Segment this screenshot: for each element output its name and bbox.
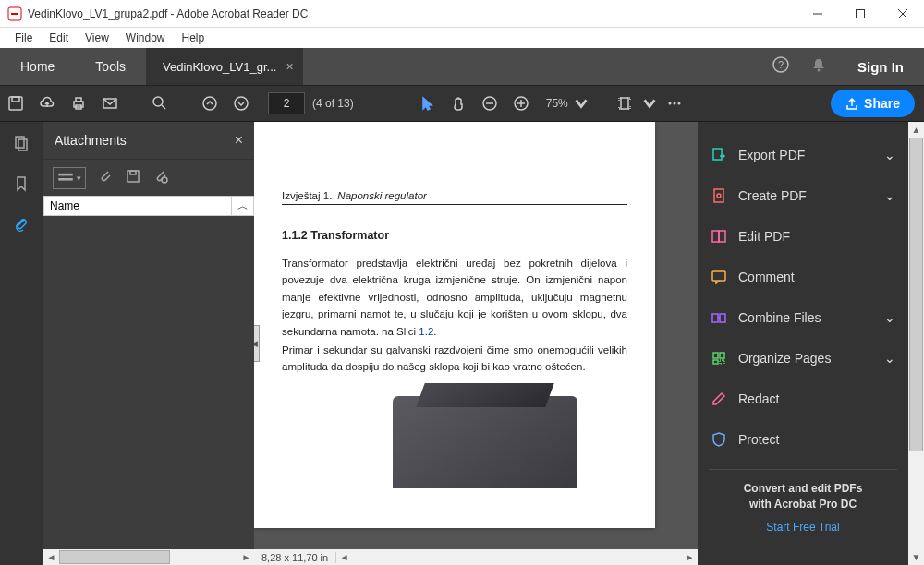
thumbnails-icon[interactable] [13,135,30,155]
promo-subtitle: with Acrobat Pro DC [716,497,890,512]
panel-collapse-handle[interactable]: ◀ [254,325,260,362]
svg-rect-1 [11,13,18,15]
column-sort-icon[interactable]: ︿ [231,197,253,215]
window-title: VedinKlovo_LV1_grupa2.pdf - Adobe Acroba… [28,7,796,20]
promo-title: Convert and edit PDFs [716,481,890,497]
running-head-right: Naponski regulator [337,190,427,201]
svg-rect-30 [58,173,72,175]
menu-edit[interactable]: Edit [42,30,76,46]
svg-point-17 [203,97,216,110]
help-icon[interactable]: ? [761,56,800,77]
svg-text:?: ? [778,59,784,70]
tool-redact[interactable]: Redact [698,379,908,419]
minimize-button[interactable] [796,0,839,28]
zoom-dropdown-icon[interactable] [572,85,590,122]
fit-dropdown-icon[interactable] [640,85,659,122]
menu-view[interactable]: View [78,30,116,46]
doc-scroll-left-icon[interactable]: ◄ [336,549,352,565]
open-attachment-icon[interactable] [97,168,114,188]
sign-in-button[interactable]: Sign In [837,59,924,75]
tab-document[interactable]: VedinKlovo_LV1_gr... × [146,48,303,85]
right-vscrollbar[interactable]: ▲ ▼ [908,122,924,565]
scroll-down-icon[interactable]: ▼ [908,549,924,565]
search-icon[interactable] [144,85,176,122]
more-tools-icon[interactable] [659,85,690,122]
fit-page-icon[interactable] [609,85,640,122]
tab-document-label: VedinKlovo_LV1_gr... [163,60,276,74]
svg-rect-33 [130,171,136,174]
page-up-icon[interactable] [194,85,225,122]
document-hscrollbar[interactable]: ◄ ► [336,549,698,565]
svg-rect-39 [719,231,725,242]
svg-rect-44 [720,353,724,358]
scroll-left-icon[interactable]: ◄ [43,549,59,565]
tabstrip: Home Tools VedinKlovo_LV1_gr... × ? Sign… [0,48,924,85]
svg-rect-36 [714,189,723,202]
doc-scroll-right-icon[interactable]: ► [682,549,698,565]
page-number-input[interactable] [268,92,305,114]
tool-create-pdf[interactable]: Create PDF⌄ [698,175,908,216]
mail-icon[interactable] [94,85,126,122]
chevron-down-icon: ⌄ [884,351,895,366]
zoom-out-icon[interactable] [474,85,505,122]
hand-icon[interactable] [443,85,474,122]
app-icon [7,6,22,21]
tab-home[interactable]: Home [0,48,75,85]
page-count-label: (4 of 13) [312,97,354,110]
scroll-up-icon[interactable]: ▲ [908,122,924,138]
menu-help[interactable]: Help [175,30,213,46]
bell-icon[interactable] [800,57,837,76]
tool-protect[interactable]: Protect [698,419,908,460]
maximize-button[interactable] [839,0,881,28]
print-icon[interactable] [63,85,94,122]
attachments-hscrollbar[interactable]: ◄ ► [43,549,254,565]
tool-organize-pages[interactable]: Organize Pages⌄ [698,338,908,379]
tool-comment[interactable]: Comment [698,257,908,297]
figure-ref-link[interactable]: 1.2 [419,326,433,337]
attachments-body [43,216,254,549]
tool-export-pdf[interactable]: Export PDF⌄ [698,135,908,175]
zoom-in-icon[interactable] [505,85,537,122]
menu-window[interactable]: Window [118,30,173,46]
page-down-icon[interactable] [225,85,257,122]
svg-rect-35 [713,149,722,160]
content-area: Attachments × ▾ Name ︿ ◄ ► [0,122,924,565]
tool-edit-pdf[interactable]: Edit PDF [698,216,908,257]
cloud-upload-icon[interactable] [31,85,63,122]
bookmarks-icon[interactable] [13,175,30,196]
attachment-options-icon[interactable]: ▾ [53,167,86,189]
column-name[interactable]: Name [44,197,231,215]
titlebar: VedinKlovo_LV1_grupa2.pdf - Adobe Acroba… [0,0,924,28]
zoom-level: 75% [546,97,568,110]
svg-point-37 [717,194,721,198]
save-icon[interactable] [0,85,31,122]
svg-rect-43 [713,353,718,358]
chevron-down-icon: ⌄ [884,310,895,325]
vscroll-thumb[interactable] [909,138,923,451]
svg-rect-9 [9,97,22,110]
close-button[interactable] [881,0,924,28]
attachments-close-icon[interactable]: × [235,132,243,149]
tool-combine-files[interactable]: Combine Files⌄ [698,297,908,338]
svg-point-15 [153,97,163,106]
document-scroll[interactable]: Izvještaj 1. Naponski regulator 1.1.2 Tr… [254,122,698,549]
scroll-right-icon[interactable]: ► [238,549,254,565]
attachments-table: Name ︿ [43,196,254,216]
svg-rect-12 [76,98,81,102]
svg-rect-46 [720,360,724,364]
attachments-icon[interactable] [13,216,30,236]
scroll-thumb[interactable] [59,550,170,564]
status-bar: 8,28 x 11,70 in ◄ ► [254,549,698,565]
share-label: Share [864,96,900,111]
tab-close-icon[interactable]: × [286,59,293,74]
tab-tools[interactable]: Tools [75,48,146,85]
svg-rect-41 [712,314,718,322]
add-attachment-icon[interactable] [152,168,169,188]
share-button[interactable]: Share [831,90,915,117]
save-attachment-icon[interactable] [125,168,141,188]
toolbar: (4 of 13) 75% Share [0,85,924,122]
menu-file[interactable]: File [7,30,40,46]
cursor-icon[interactable] [411,85,443,122]
svg-point-27 [677,102,680,105]
promo-link[interactable]: Start Free Trial [716,520,890,535]
